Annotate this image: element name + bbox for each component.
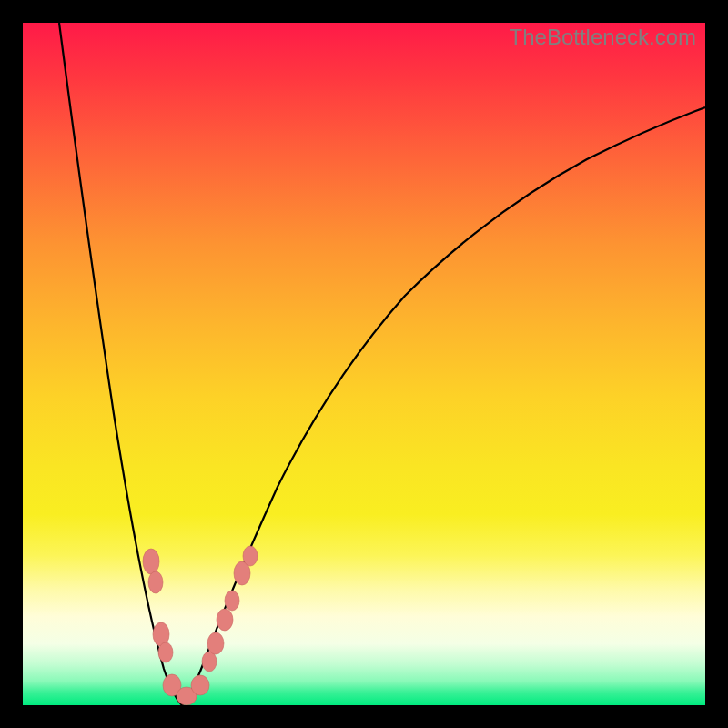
plot-area: TheBottleneck.com	[23, 23, 705, 705]
marker-dot	[148, 571, 163, 593]
marker-dot	[243, 546, 258, 566]
marker-group	[143, 546, 258, 705]
marker-dot	[202, 652, 217, 672]
curve-left-branch	[59, 23, 182, 705]
marker-dot	[191, 675, 209, 695]
curve-right-branch	[182, 107, 705, 705]
chart-frame: TheBottleneck.com	[0, 0, 728, 728]
marker-dot	[217, 609, 233, 631]
marker-dot	[158, 642, 173, 662]
marker-dot	[143, 549, 159, 574]
marker-dot	[207, 632, 224, 654]
curve-svg	[23, 23, 705, 705]
marker-dot	[225, 591, 239, 611]
